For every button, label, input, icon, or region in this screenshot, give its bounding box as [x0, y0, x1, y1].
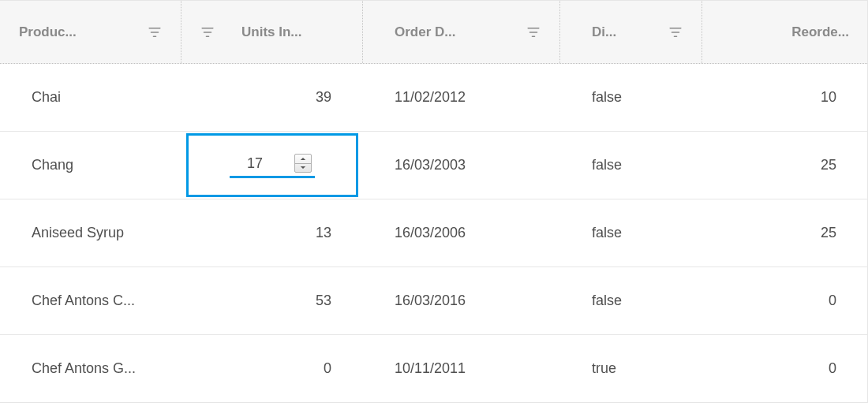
- cell-order-date[interactable]: 16/03/2006: [363, 199, 560, 266]
- spin-buttons: [294, 154, 312, 173]
- filter-icon[interactable]: [200, 25, 215, 39]
- cell-product[interactable]: Aniseed Syrup: [0, 199, 181, 266]
- numeric-input[interactable]: [233, 155, 264, 173]
- cell-reorder[interactable]: 25: [702, 199, 868, 266]
- cell-product[interactable]: Chef Antons C...: [0, 267, 181, 334]
- filter-icon[interactable]: [668, 25, 683, 39]
- cell-reorder[interactable]: 0: [702, 335, 868, 402]
- cell-reorder[interactable]: 0: [702, 267, 868, 334]
- grid-body: Chai 39 11/02/2012 false 10 Chang: [0, 64, 867, 403]
- column-header-label: Reorde...: [791, 24, 849, 40]
- column-header-row: Produc... Units In... Order D... Di... R: [0, 1, 867, 64]
- column-header-label: Units In...: [241, 24, 302, 40]
- cell-discontinued[interactable]: false: [560, 132, 702, 199]
- cell-discontinued[interactable]: false: [560, 199, 702, 266]
- filter-icon[interactable]: [148, 25, 162, 39]
- column-header-label: Di...: [579, 24, 616, 40]
- cell-product[interactable]: Chef Antons G...: [0, 335, 181, 402]
- table-row[interactable]: Chang 1: [0, 132, 867, 199]
- table-row[interactable]: Chef Antons C... 53 16/03/2016 false 0: [0, 267, 867, 335]
- cell-units-in-stock-editing[interactable]: [181, 132, 363, 199]
- column-header-reorder[interactable]: Reorde...: [702, 1, 868, 63]
- spin-up-button[interactable]: [295, 155, 311, 164]
- column-header-units-in-stock[interactable]: Units In...: [181, 1, 363, 63]
- table-row[interactable]: Chai 39 11/02/2012 false 10: [0, 64, 867, 132]
- column-header-label: Order D...: [382, 24, 455, 40]
- column-header-product[interactable]: Produc...: [0, 1, 181, 63]
- cell-order-date[interactable]: 16/03/2016: [363, 267, 560, 334]
- cell-discontinued[interactable]: false: [560, 267, 702, 334]
- cell-discontinued[interactable]: true: [560, 335, 702, 402]
- cell-units-in-stock[interactable]: 39: [181, 64, 363, 131]
- spin-down-button[interactable]: [295, 164, 311, 173]
- table-row[interactable]: Chef Antons G... 0 10/11/2011 true 0: [0, 335, 867, 403]
- cell-product[interactable]: Chang: [0, 132, 181, 199]
- numeric-editor: [230, 152, 315, 178]
- cell-reorder[interactable]: 10: [702, 64, 868, 131]
- cell-order-date[interactable]: 11/02/2012: [363, 64, 560, 131]
- cell-order-date[interactable]: 10/11/2011: [363, 335, 560, 402]
- cell-order-date[interactable]: 16/03/2003: [363, 132, 560, 199]
- filter-icon[interactable]: [526, 25, 541, 39]
- column-header-label: Produc...: [19, 24, 77, 40]
- column-header-order-date[interactable]: Order D...: [363, 1, 560, 63]
- cell-discontinued[interactable]: false: [560, 64, 702, 131]
- cell-units-in-stock[interactable]: 53: [181, 267, 363, 334]
- cell-product[interactable]: Chai: [0, 64, 181, 131]
- cell-editor-frame: [186, 133, 358, 197]
- data-grid: Produc... Units In... Order D... Di... R: [0, 0, 868, 403]
- table-row[interactable]: Aniseed Syrup 13 16/03/2006 false 25: [0, 199, 867, 267]
- column-header-discontinued[interactable]: Di...: [560, 1, 702, 63]
- cell-units-in-stock[interactable]: 13: [181, 199, 363, 266]
- cell-units-in-stock[interactable]: 0: [181, 335, 363, 402]
- cell-reorder[interactable]: 25: [702, 132, 868, 199]
